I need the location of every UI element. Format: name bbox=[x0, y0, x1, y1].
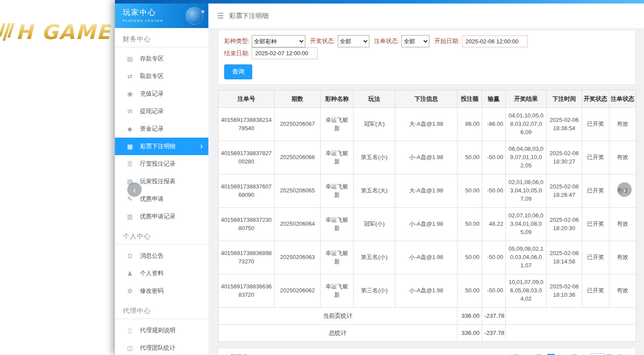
sidebar-item-withdraw[interactable]: ⇄取款专区 bbox=[115, 67, 208, 85]
table-cell: 2025-02-06 18:26:47 bbox=[547, 174, 582, 208]
draw-status-select[interactable]: 全部 bbox=[338, 35, 369, 47]
carousel-left-icon[interactable]: ‹ bbox=[127, 182, 142, 197]
table-cell: 已开奖 bbox=[582, 208, 609, 241]
table-cell: 05,09,08,02,10,03,04,06,01,07 bbox=[506, 241, 547, 274]
column-header: 下注时间 bbox=[547, 90, 582, 108]
sidebar-header: 玩家中心 PLAYERS CENTER bbox=[115, 4, 208, 28]
table-cell: -50.00 bbox=[482, 141, 506, 174]
carousel-right-icon[interactable]: › bbox=[617, 182, 632, 197]
sidebar-section-title: 个人中心 bbox=[115, 228, 208, 245]
sidebar-item-agent-team-stats[interactable]: ◫代理团队统计 bbox=[115, 339, 208, 355]
grand-summary-bet-total: 336.00 bbox=[458, 325, 482, 342]
table-cell: -86.00 bbox=[482, 108, 506, 141]
table-row: 40156917388372308075020250206064幸运飞艇新冠军(… bbox=[218, 208, 636, 241]
page-summary-win-total: -237.78 bbox=[482, 308, 506, 325]
table-header-row: 注单号期数彩种名称玩法下注信息投注额输赢开奖结果下注时间开奖状态注单状态 bbox=[218, 90, 636, 108]
sidebar-item-promo-apply-record[interactable]: ▥优惠申请记录 bbox=[115, 208, 208, 225]
sidebar-item-profile[interactable]: ♟个人资料 bbox=[115, 265, 208, 282]
table-row: 40156917388378270028020250206066幸运飞艇新第五名… bbox=[218, 141, 636, 174]
table-row: 40156917388376076809020250206065幸运飞艇新第五名… bbox=[218, 174, 636, 208]
main-panel: 玩家中心 PLAYERS CENTER 财务中心▤存款专区⇄取款专区◉充值记录✉… bbox=[115, 0, 644, 355]
table-cell: 401569173883782700280 bbox=[218, 141, 275, 174]
withdrawal-record-icon: ✉ bbox=[126, 108, 133, 115]
sidebar-item-label: 资金记录 bbox=[140, 125, 164, 133]
bets-table: 注单号期数彩种名称玩法下注信息投注额输赢开奖结果下注时间开奖状态注单状态 401… bbox=[218, 90, 636, 342]
table-cell: 50.00 bbox=[458, 274, 482, 308]
withdraw-icon: ⇄ bbox=[126, 73, 133, 80]
table-cell: 401569173883723080750 bbox=[218, 208, 275, 241]
filter-card: 彩种类型: 全部彩种 开奖状态: 全部 注单状态: bbox=[218, 30, 636, 85]
table-cell: 已开奖 bbox=[582, 174, 609, 208]
table-cell: 有效 bbox=[609, 208, 636, 241]
table-summary: 当前页统计 336.00 -237.78 总统计 336.00 -237.78 bbox=[218, 308, 636, 342]
start-date-input[interactable] bbox=[462, 36, 528, 47]
grand-summary-win-total: -237.78 bbox=[482, 325, 506, 342]
agent-rules-icon: ▯ bbox=[126, 327, 133, 334]
sidebar-item-label: 代理规则说明 bbox=[140, 327, 175, 334]
table-cell: 已开奖 bbox=[582, 241, 609, 274]
start-date-label: 开始日期: bbox=[434, 37, 460, 45]
table-cell: 50.00 bbox=[458, 241, 482, 274]
sidebar-item-label: 提现记录 bbox=[140, 107, 164, 115]
logo-bars-icon bbox=[1, 23, 12, 41]
table-cell: 2025-02-06 18:20:30 bbox=[547, 208, 582, 241]
jump-page-input[interactable] bbox=[590, 353, 605, 355]
column-header: 期数 bbox=[275, 90, 321, 108]
search-button[interactable]: 查询 bbox=[224, 64, 252, 79]
sidebar-item-recharge-record[interactable]: ◉充值记录 bbox=[115, 85, 208, 103]
profile-icon: ♟ bbox=[126, 270, 133, 277]
order-status-label: 注单状态: bbox=[374, 37, 400, 45]
sidebar-item-agent-rules[interactable]: ▯代理规则说明 bbox=[115, 322, 208, 339]
table-cell: -50.00 bbox=[482, 174, 506, 208]
column-header: 注单状态 bbox=[609, 90, 636, 108]
table-cell: 50.00 bbox=[458, 208, 482, 241]
page-title: 彩票下注明细 bbox=[229, 12, 268, 20]
logo-text: H GAME bbox=[16, 20, 111, 44]
deposit-icon: ▤ bbox=[126, 55, 133, 62]
agent-team-stats-icon: ◫ bbox=[126, 344, 133, 351]
table-cell: 02,07,10,06,03,04,01,08,05,09 bbox=[506, 208, 547, 241]
table-cell: 大-A盘@1.98 bbox=[395, 174, 458, 208]
sidebar-item-withdrawal-record[interactable]: ✉提现记录 bbox=[115, 103, 208, 120]
sidebar-section-title: 代理中心 bbox=[115, 302, 208, 319]
sidebar-item-label: 取款专区 bbox=[140, 72, 164, 80]
sidebar-item-change-password[interactable]: ⚙修改密码 bbox=[115, 282, 208, 300]
table-cell: 2025-02-06 18:30:27 bbox=[547, 141, 582, 174]
grand-summary-label: 总统计 bbox=[218, 325, 458, 342]
end-date-label: 结束日期: bbox=[224, 50, 250, 57]
page-summary-bet-total: 336.00 bbox=[458, 308, 482, 325]
sidebar-item-announcement[interactable]: Ω消息公告 bbox=[115, 247, 208, 265]
table-cell: 2025-02-06 18:10:36 bbox=[547, 274, 582, 308]
order-status-select[interactable]: 全部 bbox=[401, 35, 429, 47]
sidebar-item-deposit[interactable]: ▤存款专区 bbox=[115, 50, 208, 67]
table-cell: 04,01,10,05,08,03,02,07,06,09 bbox=[506, 108, 547, 141]
table-cell: 86.00 bbox=[458, 108, 482, 141]
pagination-bar: 每页显示20条 共6条 首页 上一页 1 下一页 第 页 跳转 bbox=[218, 348, 636, 355]
end-date-input[interactable] bbox=[252, 47, 318, 59]
table-cell: 第五名(小) bbox=[354, 141, 395, 174]
table-cell: 2025-02-06 18:36:54 bbox=[547, 108, 582, 141]
sidebar-item-hall-bet-record[interactable]: ☰厅室投注记录 bbox=[115, 155, 208, 173]
sidebar-item-label: 玩家投注报表 bbox=[140, 178, 175, 185]
grand-summary-empty bbox=[506, 325, 636, 342]
table-cell: 2025-02-06 18:14:58 bbox=[547, 241, 582, 274]
recharge-record-icon: ◉ bbox=[126, 90, 133, 97]
sidebar-item-label: 个人资料 bbox=[140, 270, 164, 277]
menu-icon[interactable]: ☰ bbox=[217, 11, 224, 21]
table-row: 40156917388368987327020250206063幸运飞艇新第五名… bbox=[218, 241, 636, 274]
table-cell: 50.00 bbox=[458, 141, 482, 174]
column-header: 注单号 bbox=[218, 90, 275, 108]
lottery-type-select[interactable]: 全部彩种 bbox=[252, 35, 305, 47]
column-header: 下注信息 bbox=[395, 90, 458, 108]
table-cell: 401569173883821478540 bbox=[218, 108, 275, 141]
sidebar-item-label: 充值记录 bbox=[140, 90, 164, 98]
sidebar-item-lottery-bet-detail[interactable]: ▦彩票下注明细› bbox=[115, 138, 208, 155]
sidebar-item-label: 存款专区 bbox=[140, 55, 164, 63]
table-cell: 20250206066 bbox=[275, 141, 321, 174]
sidebar-item-funds-record[interactable]: ◆资金记录 bbox=[115, 120, 208, 138]
table-cell: 已开奖 bbox=[582, 108, 609, 141]
table-cell: 有效 bbox=[609, 241, 636, 274]
column-header: 开奖状态 bbox=[582, 90, 609, 108]
table-cell: 幸运飞艇新 bbox=[321, 208, 354, 241]
table-body: 40156917388382147854020250206067幸运飞艇新冠军(… bbox=[218, 108, 636, 308]
